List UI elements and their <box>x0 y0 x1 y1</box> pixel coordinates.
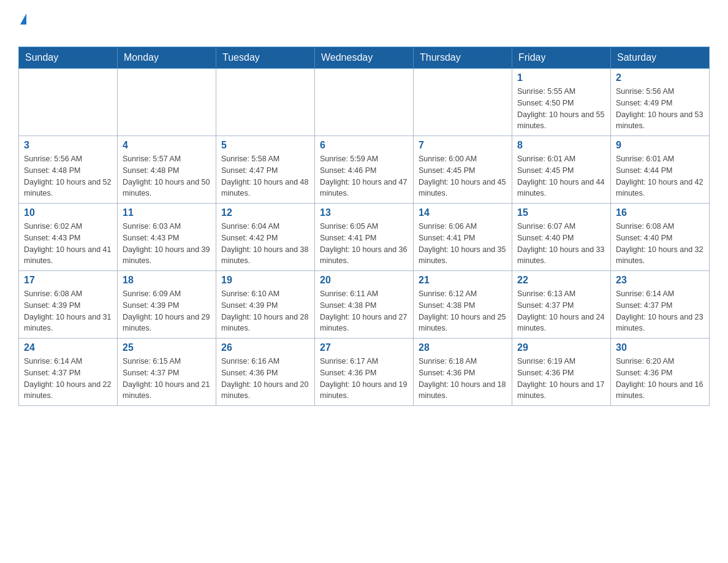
weekday-header-row: SundayMondayTuesdayWednesdayThursdayFrid… <box>19 47 710 69</box>
calendar-cell: 27Sunrise: 6:17 AMSunset: 4:36 PMDayligh… <box>315 339 414 406</box>
day-info: Sunrise: 6:10 AMSunset: 4:39 PMDaylight:… <box>221 288 309 334</box>
calendar-cell: 6Sunrise: 5:59 AMSunset: 4:46 PMDaylight… <box>315 136 414 204</box>
day-number: 28 <box>419 342 507 353</box>
week-row-4: 17Sunrise: 6:08 AMSunset: 4:39 PMDayligh… <box>19 271 710 339</box>
day-number: 30 <box>616 342 704 353</box>
day-number: 11 <box>123 207 211 218</box>
day-number: 7 <box>419 140 507 151</box>
calendar-cell: 26Sunrise: 6:16 AMSunset: 4:36 PMDayligh… <box>216 339 315 406</box>
day-info: Sunrise: 6:14 AMSunset: 4:37 PMDaylight:… <box>24 356 112 402</box>
calendar-cell: 29Sunrise: 6:19 AMSunset: 4:36 PMDayligh… <box>512 339 611 406</box>
logo-triangle-icon <box>20 13 26 25</box>
day-number: 15 <box>517 207 605 218</box>
calendar-cell: 28Sunrise: 6:18 AMSunset: 4:36 PMDayligh… <box>414 339 512 406</box>
day-number: 27 <box>320 342 408 353</box>
day-number: 20 <box>320 275 408 286</box>
weekday-header-saturday: Saturday <box>611 47 710 69</box>
day-info: Sunrise: 6:11 AMSunset: 4:38 PMDaylight:… <box>320 288 408 334</box>
calendar-cell: 16Sunrise: 6:08 AMSunset: 4:40 PMDayligh… <box>611 204 710 271</box>
day-number: 29 <box>517 342 605 353</box>
calendar-cell: 10Sunrise: 6:02 AMSunset: 4:43 PMDayligh… <box>19 204 118 271</box>
calendar-cell: 19Sunrise: 6:10 AMSunset: 4:39 PMDayligh… <box>216 271 315 339</box>
calendar-cell: 13Sunrise: 6:05 AMSunset: 4:41 PMDayligh… <box>315 204 414 271</box>
weekday-header-friday: Friday <box>512 47 611 69</box>
day-number: 1 <box>517 72 605 83</box>
calendar-cell: 11Sunrise: 6:03 AMSunset: 4:43 PMDayligh… <box>118 204 216 271</box>
day-info: Sunrise: 6:05 AMSunset: 4:41 PMDaylight:… <box>320 221 408 267</box>
calendar-cell <box>414 69 512 136</box>
day-info: Sunrise: 6:13 AMSunset: 4:37 PMDaylight:… <box>517 288 605 334</box>
day-info: Sunrise: 6:02 AMSunset: 4:43 PMDaylight:… <box>24 221 112 267</box>
weekday-header-wednesday: Wednesday <box>315 47 414 69</box>
day-info: Sunrise: 6:07 AMSunset: 4:40 PMDaylight:… <box>517 221 605 267</box>
day-info: Sunrise: 5:58 AMSunset: 4:47 PMDaylight:… <box>221 153 309 199</box>
calendar-cell: 5Sunrise: 5:58 AMSunset: 4:47 PMDaylight… <box>216 136 315 204</box>
page-header <box>18 12 710 40</box>
calendar-cell: 21Sunrise: 6:12 AMSunset: 4:38 PMDayligh… <box>414 271 512 339</box>
calendar-cell: 23Sunrise: 6:14 AMSunset: 4:37 PMDayligh… <box>611 271 710 339</box>
day-info: Sunrise: 6:06 AMSunset: 4:41 PMDaylight:… <box>419 221 507 267</box>
day-number: 10 <box>24 207 112 218</box>
calendar-cell: 30Sunrise: 6:20 AMSunset: 4:36 PMDayligh… <box>611 339 710 406</box>
day-info: Sunrise: 6:15 AMSunset: 4:37 PMDaylight:… <box>123 356 211 402</box>
calendar-cell: 14Sunrise: 6:06 AMSunset: 4:41 PMDayligh… <box>414 204 512 271</box>
calendar-cell: 2Sunrise: 5:56 AMSunset: 4:49 PMDaylight… <box>611 69 710 136</box>
day-info: Sunrise: 6:01 AMSunset: 4:45 PMDaylight:… <box>517 153 605 199</box>
day-number: 2 <box>616 72 704 83</box>
calendar-cell: 18Sunrise: 6:09 AMSunset: 4:39 PMDayligh… <box>118 271 216 339</box>
day-number: 26 <box>221 342 309 353</box>
day-number: 4 <box>123 140 211 151</box>
day-number: 5 <box>221 140 309 151</box>
calendar-cell: 15Sunrise: 6:07 AMSunset: 4:40 PMDayligh… <box>512 204 611 271</box>
weekday-header-monday: Monday <box>118 47 216 69</box>
day-number: 14 <box>419 207 507 218</box>
day-number: 6 <box>320 140 408 151</box>
calendar-cell <box>118 69 216 136</box>
day-info: Sunrise: 5:56 AMSunset: 4:49 PMDaylight:… <box>616 86 704 132</box>
calendar-cell: 3Sunrise: 5:56 AMSunset: 4:48 PMDaylight… <box>19 136 118 204</box>
day-number: 19 <box>221 275 309 286</box>
day-info: Sunrise: 5:59 AMSunset: 4:46 PMDaylight:… <box>320 153 408 199</box>
day-info: Sunrise: 6:08 AMSunset: 4:39 PMDaylight:… <box>24 288 112 334</box>
day-info: Sunrise: 6:14 AMSunset: 4:37 PMDaylight:… <box>616 288 704 334</box>
day-number: 25 <box>123 342 211 353</box>
day-info: Sunrise: 6:03 AMSunset: 4:43 PMDaylight:… <box>123 221 211 267</box>
weekday-header-tuesday: Tuesday <box>216 47 315 69</box>
day-number: 23 <box>616 275 704 286</box>
day-info: Sunrise: 5:57 AMSunset: 4:48 PMDaylight:… <box>123 153 211 199</box>
calendar-cell: 24Sunrise: 6:14 AMSunset: 4:37 PMDayligh… <box>19 339 118 406</box>
day-number: 3 <box>24 140 112 151</box>
day-number: 9 <box>616 140 704 151</box>
day-info: Sunrise: 6:04 AMSunset: 4:42 PMDaylight:… <box>221 221 309 267</box>
day-info: Sunrise: 6:09 AMSunset: 4:39 PMDaylight:… <box>123 288 211 334</box>
day-info: Sunrise: 6:19 AMSunset: 4:36 PMDaylight:… <box>517 356 605 402</box>
day-number: 16 <box>616 207 704 218</box>
day-number: 8 <box>517 140 605 151</box>
calendar-cell: 1Sunrise: 5:55 AMSunset: 4:50 PMDaylight… <box>512 69 611 136</box>
day-number: 22 <box>517 275 605 286</box>
week-row-1: 1Sunrise: 5:55 AMSunset: 4:50 PMDaylight… <box>19 69 710 136</box>
calendar-cell: 25Sunrise: 6:15 AMSunset: 4:37 PMDayligh… <box>118 339 216 406</box>
day-info: Sunrise: 6:18 AMSunset: 4:36 PMDaylight:… <box>419 356 507 402</box>
calendar-cell: 20Sunrise: 6:11 AMSunset: 4:38 PMDayligh… <box>315 271 414 339</box>
day-info: Sunrise: 6:20 AMSunset: 4:36 PMDaylight:… <box>616 356 704 402</box>
calendar-cell: 4Sunrise: 5:57 AMSunset: 4:48 PMDaylight… <box>118 136 216 204</box>
calendar-cell <box>315 69 414 136</box>
day-number: 17 <box>24 275 112 286</box>
day-number: 12 <box>221 207 309 218</box>
day-info: Sunrise: 6:08 AMSunset: 4:40 PMDaylight:… <box>616 221 704 267</box>
calendar-cell <box>19 69 118 136</box>
day-number: 13 <box>320 207 408 218</box>
day-info: Sunrise: 6:01 AMSunset: 4:44 PMDaylight:… <box>616 153 704 199</box>
calendar-cell: 22Sunrise: 6:13 AMSunset: 4:37 PMDayligh… <box>512 271 611 339</box>
day-info: Sunrise: 6:12 AMSunset: 4:38 PMDaylight:… <box>419 288 507 334</box>
calendar-cell <box>216 69 315 136</box>
day-info: Sunrise: 6:16 AMSunset: 4:36 PMDaylight:… <box>221 356 309 402</box>
weekday-header-sunday: Sunday <box>19 47 118 69</box>
week-row-5: 24Sunrise: 6:14 AMSunset: 4:37 PMDayligh… <box>19 339 710 406</box>
week-row-2: 3Sunrise: 5:56 AMSunset: 4:48 PMDaylight… <box>19 136 710 204</box>
week-row-3: 10Sunrise: 6:02 AMSunset: 4:43 PMDayligh… <box>19 204 710 271</box>
calendar-cell: 9Sunrise: 6:01 AMSunset: 4:44 PMDaylight… <box>611 136 710 204</box>
day-info: Sunrise: 5:56 AMSunset: 4:48 PMDaylight:… <box>24 153 112 199</box>
day-info: Sunrise: 6:17 AMSunset: 4:36 PMDaylight:… <box>320 356 408 402</box>
